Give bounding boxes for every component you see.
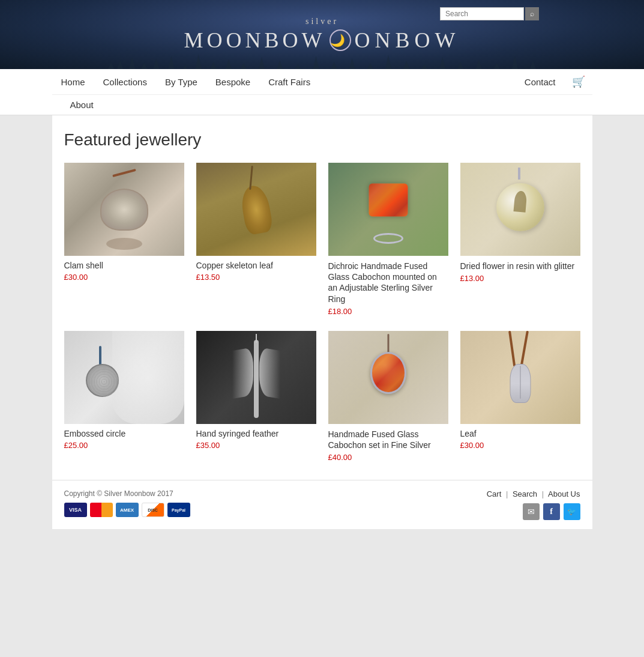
product-price-leaf: £30.00	[460, 441, 580, 450]
footer-links: Cart | Search | About Us	[487, 489, 580, 498]
product-dried-flower[interactable]: Dried flower in resin with glitter £13.0…	[460, 163, 580, 316]
site-header: silver MOONBOW 🌙 ONBOW ⌕	[0, 0, 644, 69]
footer-about-link[interactable]: About Us	[548, 489, 580, 498]
product-copper-leaf[interactable]: Copper skeleton leaf £13.50	[196, 163, 316, 316]
nav-craft-fairs[interactable]: Craft Fairs	[259, 71, 319, 93]
footer-payment: VISA AMEX DISC PayPal	[64, 503, 190, 517]
product-title-dried-flower: Dried flower in resin with glitter	[460, 261, 580, 271]
payment-mastercard	[90, 503, 113, 517]
nav-contact[interactable]: Contact	[516, 71, 565, 93]
search-input[interactable]	[440, 7, 524, 20]
product-title-copper-leaf: Copper skeleton leaf	[196, 261, 316, 270]
nav-bespoke[interactable]: Bespoke	[206, 71, 259, 93]
product-title-embossed-circle: Embossed circle	[64, 429, 184, 438]
nav-row-2: About	[52, 95, 592, 115]
product-image-hand-feather	[196, 331, 316, 424]
footer-search-link[interactable]: Search	[513, 489, 537, 498]
nav-row-1: Home Collections By Type Bespoke Craft F…	[52, 69, 592, 95]
product-image-dried-flower	[460, 163, 580, 256]
product-price-copper-leaf: £13.50	[196, 273, 316, 282]
product-price-dichroic-ring: £18.00	[328, 307, 448, 316]
header-trees	[102, 51, 542, 69]
product-image-copper-leaf	[196, 163, 316, 256]
logo-text-small: silver	[305, 17, 339, 26]
product-price-clam-shell: £30.00	[64, 273, 184, 282]
product-image-dichroic-ring	[328, 163, 448, 256]
footer-social: ✉ f 🐦	[523, 503, 580, 520]
product-image-fused-glass	[328, 331, 448, 424]
nav-about[interactable]: About	[61, 96, 103, 114]
product-title-dichroic-ring: Dichroic Handmade Fused Glass Cabochon m…	[328, 261, 448, 304]
search-button[interactable]: ⌕	[525, 7, 539, 20]
email-icon[interactable]: ✉	[523, 503, 540, 520]
navigation: Home Collections By Type Bespoke Craft F…	[0, 69, 644, 115]
product-title-clam-shell: Clam shell	[64, 261, 184, 270]
footer: Copyright © Silver Moonbow 2017 VISA AME…	[52, 480, 592, 529]
page-wrapper: silver MOONBOW 🌙 ONBOW ⌕ Home Co	[0, 0, 644, 657]
footer-right: Cart | Search | About Us ✉ f 🐦	[487, 489, 580, 520]
payment-amex: AMEX	[116, 503, 139, 517]
logo-text-large: MOONBOW 🌙 ONBOW	[184, 28, 460, 53]
twitter-icon[interactable]: 🐦	[564, 503, 580, 520]
payment-discover: DISC	[142, 503, 164, 517]
nav-wrapper: Home Collections By Type Bespoke Craft F…	[52, 69, 592, 115]
nav-home[interactable]: Home	[52, 71, 94, 93]
product-clam-shell[interactable]: Clam shell £30.00	[64, 163, 184, 316]
payment-visa: VISA	[64, 503, 87, 517]
product-price-fused-glass: £40.00	[328, 453, 448, 462]
main-content: Featured jewellery Clam shell £30.00	[52, 115, 592, 480]
footer-cart-link[interactable]: Cart	[487, 489, 502, 498]
product-price-dried-flower: £13.00	[460, 274, 580, 283]
facebook-icon[interactable]: f	[543, 503, 560, 520]
product-price-hand-feather: £35.00	[196, 441, 316, 450]
product-dichroic-ring[interactable]: Dichroic Handmade Fused Glass Cabochon m…	[328, 163, 448, 316]
product-image-leaf	[460, 331, 580, 424]
product-title-fused-glass: Handmade Fused Glass Cabochon set in Fin…	[328, 429, 448, 450]
nav-collections[interactable]: Collections	[94, 71, 156, 93]
footer-left: Copyright © Silver Moonbow 2017 VISA AME…	[64, 489, 190, 517]
section-title: Featured jewellery	[64, 130, 580, 150]
product-fused-glass[interactable]: Handmade Fused Glass Cabochon set in Fin…	[328, 331, 448, 462]
product-image-clam-shell	[64, 163, 184, 256]
product-image-embossed-circle	[64, 331, 184, 424]
footer-copyright: Copyright © Silver Moonbow 2017	[64, 489, 190, 498]
cart-icon[interactable]: 🛒	[565, 69, 592, 94]
footer-inner: Copyright © Silver Moonbow 2017 VISA AME…	[64, 489, 580, 520]
nav-by-type[interactable]: By Type	[156, 71, 206, 93]
payment-paypal: PayPal	[167, 503, 190, 517]
product-embossed-circle[interactable]: Embossed circle £25.00	[64, 331, 184, 462]
product-hand-feather[interactable]: Hand syringed feather £35.00	[196, 331, 316, 462]
product-title-leaf: Leaf	[460, 429, 580, 438]
search-area: ⌕	[440, 7, 539, 20]
product-leaf[interactable]: Leaf £30.00	[460, 331, 580, 462]
products-row-2: Embossed circle £25.00 Hand syringed fea…	[64, 331, 580, 462]
product-price-embossed-circle: £25.00	[64, 441, 184, 450]
product-title-hand-feather: Hand syringed feather	[196, 429, 316, 438]
products-row-1: Clam shell £30.00 Copper skeleton leaf £…	[64, 163, 580, 316]
